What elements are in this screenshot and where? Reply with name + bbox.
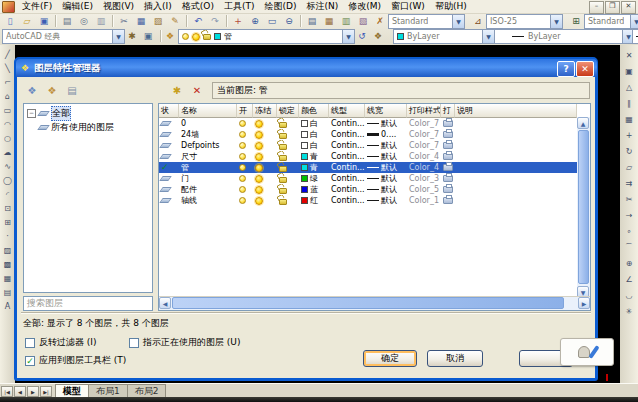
- chamfer-icon[interactable]: ∠: [623, 273, 636, 285]
- tree-item-1[interactable]: 所有使用的图层: [24, 120, 152, 134]
- lock-cell[interactable]: [277, 162, 299, 173]
- fillet-icon[interactable]: ◡: [623, 289, 636, 301]
- tree-item-0[interactable]: −全部: [24, 106, 152, 120]
- linetype-cell[interactable]: Contin...: [329, 151, 365, 162]
- name-cell[interactable]: Defpoints: [179, 140, 237, 151]
- checkbox-box[interactable]: ✓: [25, 356, 35, 366]
- menu-item-8[interactable]: 修改(M): [343, 0, 386, 13]
- linetype-cell[interactable]: Contin...: [329, 118, 365, 129]
- dim-style-icon[interactable]: ⊿: [470, 14, 486, 29]
- ellipse-icon[interactable]: ◯: [1, 174, 14, 186]
- extend-icon[interactable]: →: [623, 209, 636, 221]
- freeze-toggle-icon[interactable]: [255, 197, 263, 205]
- on-cell[interactable]: [237, 118, 253, 129]
- chevron-down-icon[interactable]: ▼: [550, 15, 562, 28]
- on-cell[interactable]: [237, 151, 253, 162]
- name-cell[interactable]: 管: [179, 162, 237, 173]
- menu-item-7[interactable]: 标注(N): [301, 0, 343, 13]
- freeze-toggle-icon[interactable]: [255, 120, 263, 128]
- paste-icon[interactable]: ▨: [150, 14, 166, 29]
- trim-icon[interactable]: ✂: [623, 193, 636, 205]
- layer-row[interactable]: Defpoints白Contin...默认Color_7: [159, 140, 577, 151]
- lock-toggle-icon[interactable]: [279, 177, 287, 183]
- plot-preview-icon[interactable]: ◎: [76, 14, 92, 29]
- join-icon[interactable]: ⊕: [623, 257, 636, 269]
- on-toggle-icon[interactable]: [239, 142, 246, 149]
- dim-style-combo[interactable]: ISO-25▼: [486, 14, 563, 29]
- freeze-cell[interactable]: [253, 195, 277, 206]
- dialog-close-button[interactable]: ✕: [576, 61, 594, 77]
- color-swatch[interactable]: [301, 186, 308, 193]
- on-cell[interactable]: [237, 195, 253, 206]
- chevron-down-icon[interactable]: ▼: [342, 30, 354, 43]
- linetype-cell[interactable]: Contin...: [329, 129, 365, 140]
- construction-line-icon[interactable]: ╲: [1, 62, 14, 74]
- lock-cell[interactable]: [277, 151, 299, 162]
- on-cell[interactable]: [237, 162, 253, 173]
- search-layer-input[interactable]: 搜索图层: [23, 296, 153, 311]
- ok-button[interactable]: 确定: [363, 350, 417, 367]
- tab-布局1[interactable]: 布局1: [88, 384, 128, 398]
- table-style-icon[interactable]: ⊞: [568, 14, 584, 29]
- rectangle-icon[interactable]: ▭: [1, 104, 14, 116]
- column-header-9[interactable]: 打: [441, 104, 455, 118]
- tab-nav-button-2[interactable]: ▶: [27, 386, 39, 397]
- horizontal-scroll-thumb[interactable]: [172, 297, 564, 309]
- menu-item-1[interactable]: 编辑(E): [57, 0, 98, 13]
- qnew-icon[interactable]: ▯: [2, 14, 18, 29]
- plot-toggle-icon[interactable]: [443, 131, 453, 138]
- color-cell[interactable]: 白: [299, 118, 329, 129]
- scroll-left-button[interactable]: ◀: [159, 297, 171, 309]
- sheet-set-manager-icon[interactable]: ▧: [355, 14, 371, 29]
- on-toggle-icon[interactable]: [239, 175, 246, 182]
- plot-toggle-icon[interactable]: [443, 153, 453, 160]
- move-icon[interactable]: +: [623, 129, 636, 141]
- on-cell[interactable]: [237, 184, 253, 195]
- linetype-cell[interactable]: Contin...: [329, 162, 365, 173]
- workspace-settings-icon[interactable]: ✱: [124, 29, 140, 44]
- plot-toggle-icon[interactable]: [443, 197, 453, 204]
- freeze-toggle-icon[interactable]: [255, 131, 263, 139]
- checkbox-box[interactable]: [129, 338, 139, 348]
- color-cell[interactable]: 红: [299, 195, 329, 206]
- properties-icon[interactable]: ▤: [304, 14, 320, 29]
- match-properties-icon[interactable]: ✎: [167, 14, 183, 29]
- layer-row[interactable]: ✓管青Contin...默认Color_4: [159, 162, 577, 173]
- lock-toggle-icon[interactable]: [279, 144, 287, 150]
- plot-cell[interactable]: [441, 140, 455, 151]
- table-icon[interactable]: ▤: [1, 286, 14, 298]
- tree-expander-icon[interactable]: −: [27, 109, 36, 118]
- layers-manager-icon[interactable]: ❖: [162, 29, 178, 44]
- make-block-icon[interactable]: ⊞: [1, 216, 14, 228]
- polygon-icon[interactable]: ⌂: [1, 90, 14, 102]
- dialog-help-button[interactable]: ?: [557, 61, 575, 77]
- color-swatch[interactable]: [301, 153, 308, 160]
- save-workspace-icon[interactable]: ▣: [140, 29, 156, 44]
- menu-item-9[interactable]: 窗口(W): [386, 0, 430, 13]
- freeze-toggle-icon[interactable]: [255, 153, 263, 161]
- markup-icon[interactable]: ✗: [372, 14, 388, 29]
- vertical-scroll-thumb[interactable]: [578, 130, 589, 284]
- lock-cell[interactable]: [277, 173, 299, 184]
- minimize-button[interactable]: –: [589, 1, 604, 14]
- spline-icon[interactable]: ∿: [1, 160, 14, 172]
- color-swatch[interactable]: [301, 131, 308, 138]
- stretch-icon[interactable]: ⇉: [623, 177, 636, 189]
- menu-item-6[interactable]: 绘图(D): [259, 0, 301, 13]
- mirror-icon[interactable]: △: [623, 81, 636, 93]
- column-header-7[interactable]: 线宽: [365, 104, 407, 118]
- on-toggle-icon[interactable]: [239, 153, 246, 160]
- lineweight-cell[interactable]: 0....: [365, 129, 407, 140]
- array-icon[interactable]: ▦: [623, 113, 636, 125]
- publish-icon[interactable]: ▥: [93, 14, 109, 29]
- plot-toggle-icon[interactable]: [443, 186, 453, 193]
- color-swatch[interactable]: [301, 164, 308, 171]
- name-cell[interactable]: 轴线: [179, 195, 237, 206]
- lineweight-cell[interactable]: 默认: [365, 118, 407, 129]
- menu-item-4[interactable]: 格式(O): [177, 0, 219, 13]
- rotate-icon[interactable]: ↻: [623, 145, 636, 157]
- layer-row[interactable]: 尺寸青Contin...默认Color_4: [159, 151, 577, 162]
- tab-nav-button-1[interactable]: ◀: [14, 386, 26, 397]
- plot-cell[interactable]: [441, 184, 455, 195]
- menu-item-10[interactable]: 帮助(H): [430, 0, 472, 13]
